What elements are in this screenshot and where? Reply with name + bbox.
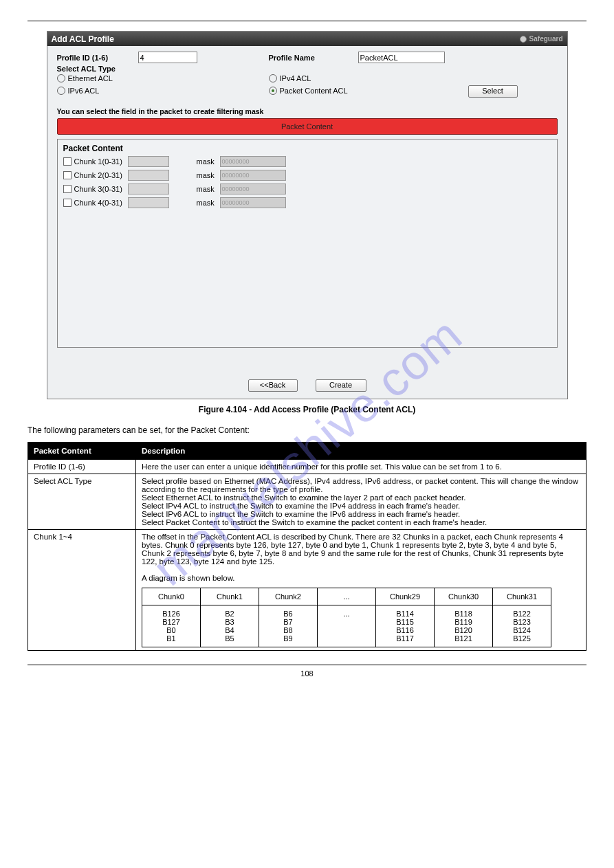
chunk-col-5: Chunk30: [435, 588, 493, 605]
chunk-row-4: Chunk 4(0-31) mask 00000000: [63, 197, 551, 208]
select-acl-type-label: Select ACL Type: [57, 65, 116, 73]
cfg-chunk-desc-cell: The offset in the Packet Content ACL is …: [136, 530, 586, 651]
chunk-cell-4: B114 B115 B116 B117: [376, 605, 435, 647]
chunk-row-2: Chunk 2(0-31) mask 00000000: [63, 170, 551, 181]
radio-ipv4-label: IPv4 ACL: [280, 74, 311, 82]
chunk-cell-2: B6 B7 B8 B9: [259, 605, 318, 647]
radio-ethernet[interactable]: Ethernet ACL: [57, 74, 269, 82]
page: Add ACL Profile Safeguard Profile ID (1-…: [0, 0, 614, 868]
page-number: 108: [28, 669, 586, 678]
config-table: Packet Content Description Profile ID (1…: [28, 442, 586, 651]
radio-ipv4[interactable]: IPv4 ACL: [269, 74, 406, 82]
cfg-chunk-label: Chunk 1~4: [28, 530, 136, 651]
chunk-3-mask-input[interactable]: 00000000: [220, 183, 286, 194]
figure-caption: Figure 4.104 - Add Access Profile (Packe…: [28, 405, 586, 414]
safeguard-icon: [520, 36, 527, 43]
panel-titlebar: Add ACL Profile Safeguard: [47, 32, 567, 46]
chunk-cell-1: B2 B3 B4 B5: [201, 605, 259, 647]
cfg-chunk-desc: The offset in the Packet Content ACL is …: [142, 533, 580, 582]
chunk-cell-3: ...: [318, 605, 376, 647]
chunk-2-mask-input[interactable]: 00000000: [220, 170, 286, 181]
select-button[interactable]: Select: [468, 85, 518, 98]
chunk-col-3: ...: [318, 588, 376, 605]
chunk-diagram-table: Chunk0 Chunk1 Chunk2 ... Chunk29 Chunk30…: [142, 588, 551, 647]
radio-ethernet-label: Ethernet ACL: [68, 74, 113, 82]
chunk-row-1: Chunk 1(0-31) mask 00000000: [63, 156, 551, 167]
chunk-4-checkbox[interactable]: [63, 199, 72, 207]
rule-bottom: [28, 665, 586, 665]
panel-title: Add ACL Profile: [52, 34, 114, 44]
chunk-4-label: Chunk 4(0-31): [74, 199, 128, 207]
config-row-profileid: Profile ID (1-6) Here the user can enter…: [28, 460, 586, 474]
screenshot-panel: Add ACL Profile Safeguard Profile ID (1-…: [47, 31, 568, 399]
chunk-col-4: Chunk29: [376, 588, 435, 605]
radio-packet[interactable]: Packet Content ACL: [269, 87, 406, 95]
safeguard-label: Safeguard: [529, 35, 563, 43]
chunk-3-label: Chunk 3(0-31): [74, 185, 128, 193]
radio-ipv6-label: IPv6 ACL: [68, 87, 100, 95]
config-header-left: Packet Content: [28, 443, 136, 460]
chunk-col-6: Chunk31: [493, 588, 551, 605]
chunk-4-value-input[interactable]: [128, 197, 169, 208]
chunk-1-checkbox[interactable]: [63, 157, 72, 166]
packet-content-band-label: Packet Content: [281, 122, 333, 131]
profile-id-input[interactable]: [138, 52, 197, 63]
chunk-2-label: Chunk 2(0-31): [74, 171, 128, 179]
instruction-text: You can select the field in the packet t…: [57, 107, 567, 115]
packet-content-box: Packet Content Chunk 1(0-31) mask 000000…: [57, 139, 558, 348]
packet-content-band: Packet Content: [57, 118, 558, 135]
profile-id-label: Profile ID (1-6): [57, 54, 138, 62]
radio-icon: [269, 74, 277, 82]
chunk-row-3: Chunk 3(0-31) mask 00000000: [63, 183, 551, 194]
radio-icon: [57, 74, 65, 82]
chunk-cell-0: B126 B127 B0 B1: [142, 605, 201, 647]
chunk-cell-6: B122 B123 B124 B125: [493, 605, 551, 647]
profile-name-input[interactable]: [358, 52, 445, 63]
chunk-diagram-data-row: B126 B127 B0 B1 B2 B3 B4 B5 B6 B7 B8 B9 …: [142, 605, 551, 647]
profile-name-label: Profile Name: [269, 54, 358, 62]
chunk-4-mask-label: mask: [197, 199, 220, 207]
rule-top: [28, 21, 586, 21]
intro-paragraph: The following parameters can be set, for…: [28, 425, 586, 435]
chunk-col-2: Chunk2: [259, 588, 318, 605]
chunk-diagram-header-row: Chunk0 Chunk1 Chunk2 ... Chunk29 Chunk30…: [142, 588, 551, 605]
chunk-4-mask-input[interactable]: 00000000: [220, 197, 286, 208]
button-row: <<Back Create: [47, 348, 567, 399]
chunk-2-value-input[interactable]: [128, 170, 169, 181]
cfg-acltype-desc: Select profile based on Ethernet (MAC Ad…: [136, 474, 586, 530]
back-button[interactable]: <<Back: [248, 379, 298, 392]
chunk-1-value-input[interactable]: [128, 156, 169, 167]
cfg-profileid-label: Profile ID (1-6): [28, 460, 136, 474]
radio-ipv6[interactable]: IPv6 ACL: [57, 87, 269, 95]
config-header-right: Description: [136, 443, 586, 460]
radio-icon: [57, 87, 65, 95]
cfg-acltype-label: Select ACL Type: [28, 474, 136, 530]
form-top: Profile ID (1-6) Profile Name Select ACL…: [47, 46, 567, 103]
chunk-2-mask-label: mask: [197, 171, 220, 179]
radio-icon: [269, 87, 277, 95]
config-row-acltype: Select ACL Type Select profile based on …: [28, 474, 586, 530]
radio-packet-label: Packet Content ACL: [280, 87, 348, 95]
chunk-1-label: Chunk 1(0-31): [74, 157, 128, 166]
chunk-1-mask-input[interactable]: 00000000: [220, 156, 286, 167]
chunk-col-1: Chunk1: [201, 588, 259, 605]
chunk-3-checkbox[interactable]: [63, 185, 72, 193]
cfg-profileid-desc: Here the user can enter a unique identif…: [136, 460, 586, 474]
packet-content-header: Packet Content: [63, 144, 551, 153]
config-header-row: Packet Content Description: [28, 443, 586, 460]
safeguard-indicator: Safeguard: [520, 35, 563, 43]
chunk-col-0: Chunk0: [142, 588, 201, 605]
chunk-2-checkbox[interactable]: [63, 171, 72, 179]
create-button[interactable]: Create: [316, 379, 366, 392]
chunk-cell-5: B118 B119 B120 B121: [435, 605, 493, 647]
chunk-3-value-input[interactable]: [128, 183, 169, 194]
config-row-chunk: Chunk 1~4 The offset in the Packet Conte…: [28, 530, 586, 651]
chunk-1-mask-label: mask: [197, 157, 220, 166]
chunk-3-mask-label: mask: [197, 185, 220, 193]
